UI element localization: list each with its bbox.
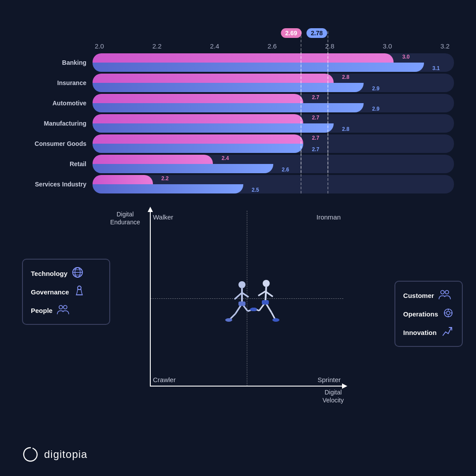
bar-row: Automotive2.72.9 bbox=[22, 95, 454, 112]
bottom-section: Technology Governance People DigitalEndu… bbox=[0, 201, 476, 417]
legend-right-label: Customer bbox=[403, 292, 434, 299]
avg-blue-badge: 2.78 bbox=[306, 28, 327, 38]
blue-bar: 2.6 bbox=[93, 164, 273, 173]
legend-right: Customer Operations Innovation bbox=[394, 281, 463, 347]
quadrant-ironman: Ironman bbox=[316, 213, 341, 221]
pink-value: 2.4 bbox=[222, 155, 229, 161]
svg-point-34 bbox=[446, 311, 450, 315]
axis-value: 2.8 bbox=[325, 42, 335, 50]
pink-value: 2.8 bbox=[342, 74, 350, 80]
customer-icon bbox=[439, 289, 451, 302]
bar-label: Insurance bbox=[22, 79, 93, 86]
blue-bar: 2.9 bbox=[93, 103, 364, 112]
governance-icon bbox=[74, 285, 85, 298]
legend-left-item: Technology bbox=[31, 267, 101, 280]
pink-value: 3.0 bbox=[402, 54, 410, 60]
pink-bar: 2.7 bbox=[93, 114, 303, 123]
quadrant-walker: Walker bbox=[153, 213, 173, 221]
svg-point-32 bbox=[445, 290, 449, 294]
quadrant-sprinter: Sprinter bbox=[317, 376, 341, 383]
legend-right-label: Innovation bbox=[403, 329, 437, 336]
blue-value: 3.1 bbox=[432, 65, 440, 71]
legend-left-item: Governance bbox=[31, 285, 101, 298]
quadrant-chart: DigitalEndurance DigitalVelocity Walker … bbox=[115, 210, 344, 404]
operations-icon bbox=[443, 307, 454, 320]
axis-value: 2.4 bbox=[210, 42, 219, 50]
legend-left: Technology Governance People bbox=[22, 259, 110, 325]
bar-track: 2.72.8 bbox=[93, 114, 454, 133]
svg-line-12 bbox=[242, 293, 249, 297]
axis-value: 2.6 bbox=[268, 42, 277, 50]
svg-line-11 bbox=[234, 293, 242, 299]
digitopia-logo-text: digitopia bbox=[44, 448, 87, 461]
svg-line-23 bbox=[258, 291, 265, 296]
bar-row: Services Industry2.22.5 bbox=[22, 176, 454, 193]
legend-right-item: Operations bbox=[403, 307, 454, 320]
svg-point-17 bbox=[225, 318, 232, 322]
blue-value: 2.9 bbox=[372, 106, 379, 112]
bar-chart-section: 2.692.782.02.22.42.62.83.03.2 Banking3.0… bbox=[0, 0, 476, 201]
blue-value: 2.9 bbox=[372, 86, 379, 92]
legend-right-item: Customer bbox=[403, 289, 454, 302]
svg-line-25 bbox=[271, 312, 275, 319]
bar-track: 2.72.9 bbox=[93, 94, 454, 112]
bar-row: Manufacturing2.72.8 bbox=[22, 115, 454, 132]
legend-right-item: Innovation bbox=[403, 326, 454, 339]
svg-rect-30 bbox=[262, 300, 269, 305]
blue-value: 2.5 bbox=[252, 187, 259, 193]
pink-bar: 2.4 bbox=[93, 155, 213, 164]
blue-bar: 2.8 bbox=[93, 123, 334, 133]
axis-value: 3.0 bbox=[383, 42, 392, 50]
x-axis-label: DigitalVelocity bbox=[323, 388, 344, 404]
y-axis-label: DigitalEndurance bbox=[110, 210, 140, 226]
bar-track: 3.03.1 bbox=[93, 53, 454, 72]
blue-value: 2.6 bbox=[282, 167, 289, 173]
digitopia-logo-icon bbox=[22, 446, 39, 463]
blue-bar: 2.5 bbox=[93, 184, 243, 193]
people-icon bbox=[57, 304, 69, 317]
blue-bar: 3.1 bbox=[93, 63, 424, 72]
bar-row: Banking3.03.1 bbox=[22, 54, 454, 71]
quadrant-inner: Walker Ironman Crawler Sprinter bbox=[150, 211, 343, 386]
innovation-icon bbox=[441, 326, 453, 339]
bar-track: 2.42.6 bbox=[93, 155, 454, 173]
svg-point-8 bbox=[63, 305, 67, 309]
bar-label: Retail bbox=[22, 160, 93, 167]
bar-track: 2.82.9 bbox=[93, 74, 454, 92]
runners-illustration bbox=[218, 277, 288, 339]
bar-row: Retail2.42.6 bbox=[22, 156, 454, 172]
avg-pink-badge: 2.69 bbox=[281, 28, 301, 38]
quadrant-crawler: Crawler bbox=[153, 376, 176, 383]
legend-left-label: People bbox=[31, 307, 52, 314]
pink-bar: 2.7 bbox=[93, 134, 303, 144]
pink-value: 2.2 bbox=[161, 175, 169, 182]
blue-value: 2.7 bbox=[312, 146, 320, 152]
svg-line-21 bbox=[265, 287, 266, 302]
blue-bar: 2.9 bbox=[93, 83, 364, 92]
bar-label: Consumer Goods bbox=[22, 140, 93, 147]
bar-label: Manufacturing bbox=[22, 120, 93, 127]
blue-bar: 2.7 bbox=[93, 144, 303, 153]
svg-point-7 bbox=[59, 305, 63, 309]
legend-left-label: Governance bbox=[31, 288, 69, 296]
bars-container: Banking3.03.1Insurance2.82.9Automotive2.… bbox=[22, 54, 454, 193]
axis-labels: 2.02.22.42.62.83.03.2 bbox=[22, 42, 454, 50]
svg-point-29 bbox=[250, 308, 257, 311]
pink-value: 2.7 bbox=[312, 94, 320, 100]
bar-row: Insurance2.82.9 bbox=[22, 74, 454, 91]
legend-left-label: Technology bbox=[31, 270, 67, 277]
bar-track: 2.22.5 bbox=[93, 175, 454, 193]
pink-bar: 3.0 bbox=[93, 53, 394, 63]
svg-rect-19 bbox=[238, 301, 245, 306]
bar-label: Banking bbox=[22, 59, 93, 66]
axis-value: 2.2 bbox=[152, 42, 162, 50]
axis-value: 2.0 bbox=[95, 42, 104, 50]
avg-badge-container: 2.692.78 bbox=[95, 26, 436, 42]
axis-value: 3.2 bbox=[440, 42, 450, 50]
pink-value: 2.7 bbox=[312, 135, 320, 141]
svg-point-9 bbox=[238, 281, 245, 288]
bar-label: Services Industry bbox=[22, 181, 93, 188]
pink-bar: 2.7 bbox=[93, 94, 303, 103]
pink-value: 2.7 bbox=[312, 115, 320, 121]
svg-line-14 bbox=[230, 314, 235, 319]
